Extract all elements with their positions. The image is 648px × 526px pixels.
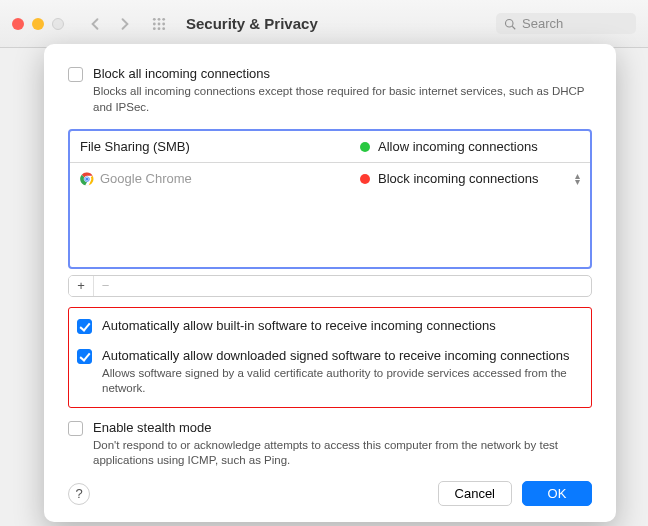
svg-point-5 xyxy=(162,22,165,25)
svg-point-1 xyxy=(158,17,161,20)
svg-point-6 xyxy=(153,27,156,30)
chrome-icon xyxy=(80,172,94,186)
app-row[interactable]: File Sharing (SMB) Allow incoming connec… xyxy=(70,131,590,163)
traffic-lights xyxy=(12,18,64,30)
stealth-label: Enable stealth mode xyxy=(93,420,592,435)
app-name-text: Google Chrome xyxy=(100,171,192,186)
auto-builtin-row: Automatically allow built-in software to… xyxy=(77,318,583,334)
svg-point-8 xyxy=(162,27,165,30)
block-all-label: Block all incoming connections xyxy=(93,66,592,81)
app-name: File Sharing (SMB) xyxy=(80,139,360,154)
allow-dot-icon xyxy=(360,142,370,152)
search-field[interactable]: Search xyxy=(496,13,636,34)
search-icon xyxy=(504,18,516,30)
svg-point-14 xyxy=(85,177,88,180)
svg-point-4 xyxy=(158,22,161,25)
stealth-desc: Don't respond to or acknowledge attempts… xyxy=(93,438,592,469)
forward-button xyxy=(114,13,136,35)
auto-signed-checkbox[interactable] xyxy=(77,349,92,364)
svg-point-0 xyxy=(153,17,156,20)
auto-builtin-label: Automatically allow built-in software to… xyxy=(102,318,496,333)
auto-signed-row: Automatically allow downloaded signed so… xyxy=(77,348,583,397)
svg-point-9 xyxy=(506,19,514,27)
close-window-icon[interactable] xyxy=(12,18,24,30)
app-list[interactable]: File Sharing (SMB) Allow incoming connec… xyxy=(68,129,592,269)
svg-point-7 xyxy=(158,27,161,30)
firewall-options-sheet: Block all incoming connections Blocks al… xyxy=(44,44,616,522)
add-remove-control: + − xyxy=(68,275,592,297)
svg-point-3 xyxy=(153,22,156,25)
app-name: Google Chrome xyxy=(80,171,360,186)
block-all-row: Block all incoming connections Blocks al… xyxy=(68,66,592,115)
back-button[interactable] xyxy=(84,13,106,35)
sheet-footer: ? Cancel OK xyxy=(68,469,592,506)
auto-builtin-checkbox[interactable] xyxy=(77,319,92,334)
zoom-window-icon xyxy=(52,18,64,30)
window-toolbar: Security & Privacy Search xyxy=(0,0,648,48)
window-title: Security & Privacy xyxy=(186,15,318,32)
highlighted-options: Automatically allow built-in software to… xyxy=(68,307,592,408)
status-label: Allow incoming connections xyxy=(378,139,538,154)
ok-button[interactable]: OK xyxy=(522,481,592,506)
svg-line-10 xyxy=(512,26,515,29)
app-row[interactable]: Google Chrome Block incoming connections… xyxy=(70,163,590,194)
remove-button: − xyxy=(93,276,117,296)
help-button[interactable]: ? xyxy=(68,483,90,505)
add-button[interactable]: + xyxy=(69,276,93,296)
search-placeholder: Search xyxy=(522,16,563,31)
block-all-desc: Blocks all incoming connections except t… xyxy=(93,84,592,115)
block-dot-icon xyxy=(360,174,370,184)
block-all-checkbox[interactable] xyxy=(68,67,83,82)
stealth-checkbox[interactable] xyxy=(68,421,83,436)
status-label: Block incoming connections xyxy=(378,171,538,186)
app-status-dropdown[interactable]: Block incoming connections ▴▾ xyxy=(360,171,580,186)
app-status[interactable]: Allow incoming connections xyxy=(360,139,580,154)
cancel-button[interactable]: Cancel xyxy=(438,481,512,506)
stealth-row: Enable stealth mode Don't respond to or … xyxy=(68,420,592,469)
minimize-window-icon[interactable] xyxy=(32,18,44,30)
chevron-up-down-icon: ▴▾ xyxy=(575,173,580,185)
auto-signed-label: Automatically allow downloaded signed so… xyxy=(102,348,583,363)
show-all-icon[interactable] xyxy=(148,13,170,35)
svg-point-2 xyxy=(162,17,165,20)
auto-signed-desc: Allows software signed by a valid certif… xyxy=(102,366,583,397)
